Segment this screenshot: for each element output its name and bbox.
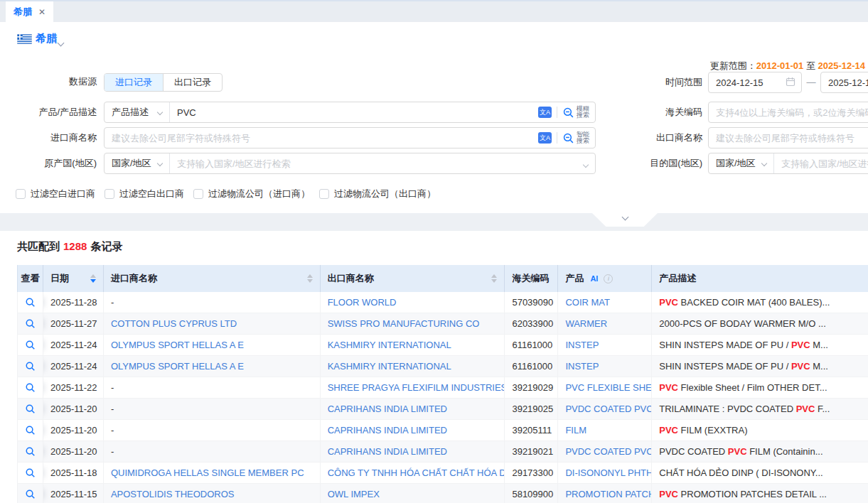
exporter-cell[interactable]: KASHMIRY INTERNATIONAL	[321, 356, 505, 377]
exporter-field[interactable]	[708, 127, 868, 148]
update-range: 更新范围：2012-01-01 至 2025-12-14	[710, 60, 865, 72]
product-cell[interactable]: WARMER	[558, 313, 652, 334]
product-cell[interactable]: PVDC COATED PVC FIL...	[558, 441, 652, 462]
section-divider-band	[0, 213, 868, 231]
product-cell[interactable]: INSTEP	[558, 356, 652, 377]
filter-item[interactable]: 过滤物流公司（出口商）	[319, 188, 436, 200]
hs-code-cell: 57039090	[505, 292, 558, 313]
filter-label: 过滤物流公司（出口商）	[334, 188, 436, 200]
checkbox[interactable]	[16, 189, 26, 199]
view-button[interactable]	[18, 399, 43, 419]
table-row: 2025-11-20-CAPRIHANS INDIA LIMITED392190…	[17, 399, 868, 420]
destination-label: 目的国(地区)	[604, 153, 702, 174]
page-header: 希腊	[0, 22, 868, 60]
chevron-down-icon[interactable]	[58, 36, 63, 48]
product-type-select[interactable]: 产品描述	[105, 102, 170, 122]
highlighted-keyword: PVC	[659, 297, 678, 308]
greece-flag-icon	[17, 34, 32, 47]
chevron-down-icon[interactable]	[584, 158, 588, 169]
smart-search-button[interactable]: 智能搜索	[562, 131, 595, 144]
filter-item[interactable]: 过滤空白进口商	[16, 188, 95, 200]
product-search-input[interactable]	[170, 102, 538, 122]
view-button[interactable]	[18, 356, 43, 377]
filter-item[interactable]: 过滤空白出口商	[105, 188, 184, 200]
highlighted-keyword: PVC	[791, 340, 810, 350]
hs-code-input[interactable]	[709, 102, 868, 122]
col-header-date[interactable]: 日期	[43, 265, 104, 292]
description-cell: TRILAMINATE : PVDC COATED PVC F...	[652, 399, 868, 419]
calendar-icon[interactable]	[786, 77, 795, 89]
checkbox[interactable]	[193, 189, 203, 199]
update-range-to-word: 至	[806, 60, 815, 71]
product-cell[interactable]: COIR MAT	[558, 292, 652, 313]
origin-type-select[interactable]: 国家/地区	[105, 153, 170, 173]
filter-item[interactable]: 过滤物流公司（进口商）	[193, 188, 310, 200]
date-end-input[interactable]	[821, 72, 868, 92]
hs-code-field[interactable]	[708, 102, 868, 123]
view-button[interactable]	[18, 292, 43, 313]
product-cell[interactable]: INSTEP	[558, 335, 652, 355]
update-range-end: 2025-12-14	[818, 60, 866, 71]
importer-input[interactable]	[105, 128, 538, 148]
description-cell: PVC Flexible Sheet / Film OTHER DET...	[652, 377, 868, 398]
fuzzy-search-button[interactable]: 模糊搜索	[562, 106, 595, 119]
view-button[interactable]	[18, 484, 43, 503]
exporter-cell[interactable]: CAPRIHANS INDIA LIMITED	[321, 399, 505, 419]
exporter-cell[interactable]: CÔNG TY TNHH HÓA CHẤT CHẤT HÓA DẺ...	[321, 463, 505, 483]
sort-icon-exporter[interactable]	[491, 274, 497, 283]
view-button[interactable]	[18, 313, 43, 334]
importer-cell[interactable]: OLYMPUS SPORT HELLAS A E	[104, 335, 321, 355]
product-field-group: 产品描述 文A 模糊搜索	[104, 102, 596, 123]
destination-type-select[interactable]: 国家/地区	[709, 153, 774, 173]
product-cell[interactable]: FILM	[558, 420, 652, 440]
importer-cell[interactable]: APOSTOLIDIS THEODOROS	[104, 484, 321, 503]
hs-code-cell: 39219025	[505, 399, 558, 419]
product-label: 产品/产品描述	[0, 102, 97, 123]
product-cell[interactable]: PROMOTION PATCH	[558, 484, 652, 503]
toggle-import-records[interactable]: 进口记录	[105, 74, 163, 91]
exporter-cell[interactable]: SWISS PRO MANUFACTURING CO	[321, 313, 505, 334]
view-button[interactable]	[18, 420, 43, 440]
view-button[interactable]	[18, 377, 43, 398]
product-cell[interactable]: DI-ISONONYL PHTHA...	[558, 463, 652, 483]
exporter-input[interactable]	[709, 128, 868, 148]
date-end-field[interactable]	[820, 72, 868, 93]
close-icon[interactable]: ✕	[38, 7, 45, 17]
exporter-cell[interactable]: CAPRIHANS INDIA LIMITED	[321, 420, 505, 440]
destination-input[interactable]	[774, 153, 868, 173]
exporter-cell[interactable]: FLOOR WORLD	[321, 292, 505, 313]
exporter-cell[interactable]: KASHMIRY INTERNATIONAL	[321, 335, 505, 355]
checkbox[interactable]	[105, 189, 114, 199]
view-button[interactable]	[18, 335, 43, 355]
origin-input[interactable]	[170, 153, 584, 173]
translate-icon[interactable]: 文A	[538, 107, 552, 118]
importer-label: 进口商名称	[0, 127, 97, 148]
date-start-input[interactable]	[709, 72, 786, 92]
view-button[interactable]	[18, 441, 43, 462]
date-start-field[interactable]	[708, 72, 802, 93]
product-cell[interactable]: PVDC COATED PVC FIL...	[558, 399, 652, 419]
importer-cell[interactable]: COTTON PLUS CYPRUS LTD	[104, 313, 321, 334]
col-header-exporter[interactable]: 出口商名称	[321, 265, 505, 292]
checkbox[interactable]	[319, 189, 329, 199]
importer-cell[interactable]: OLYMPUS SPORT HELLAS A E	[104, 356, 321, 377]
exporter-cell[interactable]: SHREE PRAGYA FLEXIFILM INDUSTRIES	[321, 377, 505, 398]
hs-code-cell: 58109900	[505, 484, 558, 503]
hs-code-cell: 61161000	[505, 356, 558, 377]
importer-cell[interactable]: QUIMIDROGA HELLAS SINGLE MEMBER PC	[104, 463, 321, 483]
view-button[interactable]	[18, 463, 43, 483]
sort-icon-importer[interactable]	[307, 274, 313, 283]
exporter-cell[interactable]: OWL IMPEX	[321, 484, 505, 503]
product-cell[interactable]: PVC FLEXIBLE SHEET F...	[558, 377, 652, 398]
exporter-cell[interactable]: CAPRIHANS INDIA LIMITED	[321, 441, 505, 462]
toggle-export-records[interactable]: 出口记录	[163, 74, 222, 91]
origin-select-value: 国家/地区	[112, 157, 151, 170]
chevron-down-icon	[157, 161, 163, 166]
translate-icon[interactable]: 文A	[538, 132, 552, 144]
fuzzy-search-label: 模糊搜索	[577, 106, 589, 119]
tab-greece[interactable]: 希腊 ✕	[6, 1, 53, 22]
sort-icon-date[interactable]	[90, 274, 96, 283]
col-header-importer[interactable]: 进口商名称	[104, 265, 321, 292]
page-title: 希腊	[36, 32, 57, 45]
info-icon[interactable]: i	[604, 274, 613, 283]
